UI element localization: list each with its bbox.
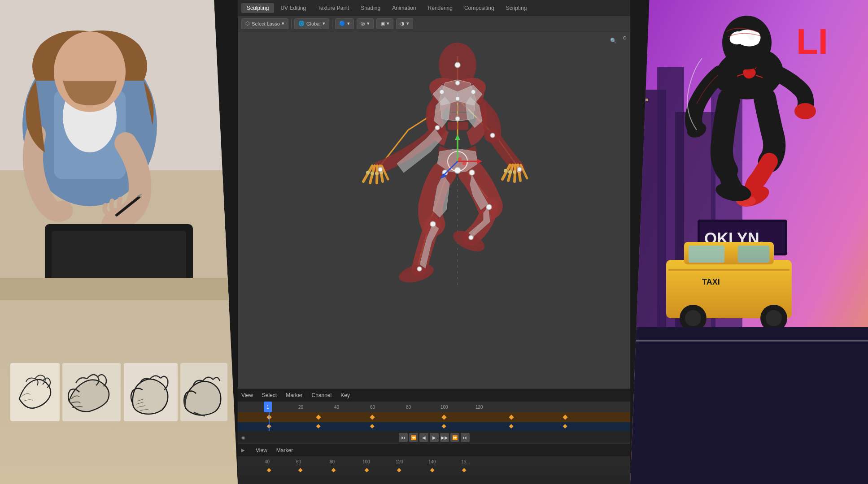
svg-point-74 bbox=[455, 81, 460, 85]
svg-rect-152 bbox=[640, 108, 643, 110]
svg-point-98 bbox=[458, 157, 462, 161]
sketch-1 bbox=[10, 363, 60, 421]
anatomy-figure-svg: 🔍 bbox=[238, 31, 630, 296]
svg-rect-148 bbox=[635, 99, 637, 101]
transform-dropdown-icon: ▾ bbox=[323, 21, 325, 26]
svg-rect-158 bbox=[689, 246, 724, 263]
prev-frame-button[interactable]: ◀ bbox=[419, 433, 428, 442]
right-panel-background: OKLYN. TAXI bbox=[630, 0, 868, 484]
proportional-button[interactable]: ◎ ▾ bbox=[357, 18, 374, 29]
select-lasso-label: Select Lasso bbox=[252, 21, 280, 26]
svg-point-58 bbox=[513, 170, 516, 174]
svg-rect-166 bbox=[630, 327, 868, 484]
mesh-dropdown-icon: ▾ bbox=[387, 21, 389, 26]
tab-rendering[interactable]: Rendering bbox=[423, 3, 458, 13]
tab-scripting[interactable]: Scripting bbox=[501, 3, 532, 13]
tab-compositing[interactable]: Compositing bbox=[459, 3, 500, 13]
timeline-select-menu[interactable]: Select bbox=[262, 392, 277, 398]
select-lasso-button[interactable]: ⬡ Select Lasso ▾ bbox=[241, 18, 288, 29]
blender-viewport[interactable]: 🔍 ⊙ bbox=[238, 31, 630, 388]
snap-button[interactable]: 🔵 ▾ bbox=[335, 18, 354, 29]
svg-point-77 bbox=[454, 167, 461, 173]
svg-point-79 bbox=[435, 125, 440, 130]
dropdown-icon: ▾ bbox=[282, 21, 284, 26]
tab-sculpting[interactable]: Sculpting bbox=[241, 3, 274, 13]
timeline-section: View Select Marker Channel Key 1 20 40 6… bbox=[238, 388, 630, 484]
tab-texture-paint[interactable]: Texture Paint bbox=[312, 3, 354, 13]
timeline-marker-menu[interactable]: Marker bbox=[286, 392, 302, 398]
toolbar-separator-2 bbox=[332, 19, 332, 28]
svg-point-85 bbox=[430, 221, 436, 227]
tab-animation[interactable]: Animation bbox=[387, 3, 421, 13]
next-frame-button[interactable]: ▶▶ bbox=[440, 433, 449, 442]
step-forward-button[interactable]: ⏩ bbox=[450, 433, 459, 442]
svg-rect-41 bbox=[458, 122, 468, 130]
svg-point-89 bbox=[469, 235, 473, 240]
dope-sheet-collapse-icon[interactable]: ▶ bbox=[241, 448, 245, 453]
svg-point-80 bbox=[378, 167, 383, 172]
svg-text:120: 120 bbox=[396, 459, 403, 464]
lasso-icon: ⬡ bbox=[245, 21, 250, 26]
svg-point-56 bbox=[504, 169, 507, 173]
svg-point-82 bbox=[490, 133, 495, 138]
svg-point-163 bbox=[685, 310, 701, 326]
timeline-track-blue bbox=[238, 422, 630, 431]
left-panel bbox=[0, 0, 238, 484]
playback-controls: ◉ ⏮ ⏪ ◀ ▶ ▶▶ ⏩ ⏭ bbox=[238, 431, 630, 444]
svg-text:120: 120 bbox=[475, 405, 483, 410]
middle-panel: Sculpting UV Editing Texture Paint Shadi… bbox=[238, 0, 630, 484]
timeline-view-menu[interactable]: View bbox=[241, 392, 253, 398]
right-panel: OKLYN. TAXI bbox=[630, 0, 868, 484]
step-back-button[interactable]: ⏪ bbox=[409, 433, 418, 442]
jump-start-button[interactable]: ⏮ bbox=[399, 433, 408, 442]
overlay-button[interactable]: ◑ ▾ bbox=[396, 18, 413, 29]
svg-text:🔍: 🔍 bbox=[610, 37, 617, 44]
proportional-dropdown-icon: ▾ bbox=[367, 21, 370, 26]
timeline-track-blue-svg bbox=[238, 422, 630, 431]
svg-point-173 bbox=[748, 31, 755, 40]
viewport-info: ⊙ bbox=[623, 35, 627, 41]
tab-uv-editing[interactable]: UV Editing bbox=[275, 3, 311, 13]
transform-space-button[interactable]: 🌐 Global ▾ bbox=[294, 18, 329, 29]
sketch-3 bbox=[124, 363, 178, 421]
svg-point-48 bbox=[371, 172, 374, 175]
mesh-display-button[interactable]: ▣ ▾ bbox=[376, 18, 393, 29]
timeline-key-menu[interactable]: Key bbox=[340, 392, 350, 398]
tab-shading[interactable]: Shading bbox=[355, 3, 386, 13]
jump-end-button[interactable]: ⏭ bbox=[461, 433, 470, 442]
svg-rect-159 bbox=[738, 246, 769, 263]
person-drawing-illustration bbox=[0, 0, 238, 305]
svg-text:100: 100 bbox=[441, 405, 448, 410]
svg-point-49 bbox=[375, 172, 379, 175]
timeline-header: View Select Marker Channel Key bbox=[238, 388, 630, 402]
dope-view-menu[interactable]: View bbox=[256, 447, 267, 454]
svg-text:80: 80 bbox=[330, 459, 335, 464]
svg-rect-149 bbox=[640, 99, 643, 101]
svg-text:80: 80 bbox=[406, 405, 411, 410]
dope-track-1-svg bbox=[238, 466, 630, 475]
dope-marker-menu[interactable]: Marker bbox=[276, 447, 293, 454]
dope-track-2 bbox=[238, 475, 630, 484]
svg-text:60: 60 bbox=[296, 459, 301, 464]
svg-text:60: 60 bbox=[370, 405, 375, 410]
svg-point-47 bbox=[366, 171, 370, 174]
svg-rect-21 bbox=[238, 31, 630, 296]
svg-rect-151 bbox=[635, 108, 637, 110]
playback-left-info: ◉ bbox=[241, 435, 245, 440]
play-button[interactable]: ▶ bbox=[430, 433, 439, 442]
mesh-icon: ▣ bbox=[380, 21, 385, 26]
svg-rect-167 bbox=[630, 340, 868, 341]
overlay-icon: ◑ bbox=[400, 21, 405, 26]
svg-text:40: 40 bbox=[334, 405, 340, 410]
svg-point-88 bbox=[486, 204, 492, 210]
timeline-channel-menu[interactable]: Channel bbox=[312, 392, 332, 398]
svg-point-97 bbox=[462, 162, 466, 165]
sketch-4 bbox=[180, 363, 227, 421]
dope-sheet-header: ▶ View Marker bbox=[238, 444, 630, 456]
overlay-dropdown-icon: ▾ bbox=[406, 21, 409, 26]
svg-rect-13 bbox=[10, 363, 60, 421]
svg-text:100: 100 bbox=[362, 459, 370, 464]
svg-point-83 bbox=[517, 167, 522, 172]
svg-text:1: 1 bbox=[266, 405, 269, 410]
snap-dropdown-icon: ▾ bbox=[347, 21, 350, 26]
